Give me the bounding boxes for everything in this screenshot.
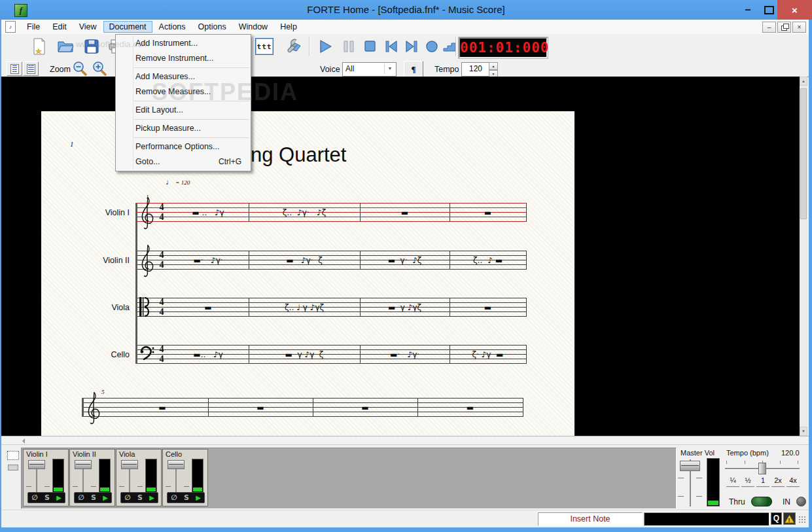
menubar-item-edit[interactable]: Edit <box>46 21 73 33</box>
staff-cello[interactable]: 44▬‥ ♪γ▬ γ ♪γ ζ▬· ♪γ·ζ· ♪γ ▬ <box>137 345 527 364</box>
menu-item-performance-options[interactable]: Performance Options... <box>116 139 251 154</box>
measure[interactable]: ▬· ♪γ· <box>362 345 447 364</box>
mixer-dock-icon[interactable] <box>7 451 19 460</box>
menu-item-remove-instrument[interactable]: Remove Instrument... <box>116 51 251 66</box>
zoom-in-button[interactable] <box>92 61 107 79</box>
menubar-item-options[interactable]: Options <box>192 21 232 33</box>
voice-select[interactable]: All ▼ <box>342 62 397 77</box>
menu-item-edit-layout[interactable]: Edit Layout... <box>116 103 251 118</box>
measure[interactable]: ζ‥ ♩ γ ♪γζ <box>251 298 357 317</box>
continuous-view-button[interactable] <box>23 62 39 76</box>
mute-button[interactable]: ∅ <box>78 493 84 502</box>
menu-item-goto[interactable]: Goto...Ctrl+G <box>116 154 251 169</box>
record-button[interactable] <box>422 37 442 56</box>
solo-button[interactable]: S <box>137 493 143 502</box>
maximize-button[interactable] <box>759 0 779 20</box>
measure[interactable]: ζ‥ ♪ ▬ <box>452 251 523 270</box>
rate-button-4x[interactable]: 4x <box>786 476 800 488</box>
solo-button[interactable]: S <box>91 493 96 502</box>
measure[interactable]: ▬· ♪γ· <box>170 251 246 270</box>
thru-led[interactable] <box>751 497 772 506</box>
open-button[interactable] <box>56 37 75 56</box>
rate-button-[interactable]: ½ <box>741 476 754 488</box>
resize-grip[interactable] <box>798 516 806 523</box>
go-to-end-button[interactable] <box>402 37 421 56</box>
mdi-close-button[interactable]: × <box>792 22 806 33</box>
mixer-channel-violin-ii[interactable]: Violin II∅S▶ <box>69 449 115 506</box>
horizontal-scrollbar[interactable] <box>1 436 809 445</box>
menu-item-pickup-measure[interactable]: Pickup Measure... <box>116 121 251 136</box>
menubar-item-actions[interactable]: Actions <box>153 21 192 33</box>
new-document-button[interactable]: ★ <box>29 37 49 56</box>
volume-fader[interactable] <box>121 460 138 469</box>
menu-item-remove-measures[interactable]: Remove Measures... <box>116 84 251 99</box>
warning-button[interactable]: ! <box>783 512 796 525</box>
page-view-button[interactable] <box>7 62 22 76</box>
zoom-out-button[interactable] <box>72 61 88 79</box>
mute-button[interactable]: ∅ <box>171 493 177 502</box>
mixer-collapse-icon[interactable] <box>8 465 18 470</box>
rate-button-1[interactable]: 1 <box>756 476 769 488</box>
measure[interactable]: ▬ <box>420 398 520 417</box>
measure[interactable]: ▬ <box>170 298 246 317</box>
scrollbar-thumb[interactable] <box>800 88 807 219</box>
mute-button[interactable]: ∅ <box>124 493 130 502</box>
measure[interactable]: ▬ γ ♪γ ζ <box>251 345 357 364</box>
mdi-restore-button[interactable] <box>777 22 791 33</box>
menubar-item-document[interactable]: Document <box>103 21 152 33</box>
menubar-item-file[interactable]: File <box>21 21 46 33</box>
measure[interactable]: ▬ ♪γ· ζ <box>251 251 357 270</box>
play-button[interactable] <box>315 37 335 56</box>
measure[interactable]: ▬ <box>452 203 523 222</box>
staff-viola[interactable]: 44▬ζ‥ ♩ γ ♪γζ▬ γ ♪γζ▬ <box>137 298 527 317</box>
channel-play-button[interactable]: ▶ <box>149 493 154 502</box>
tempo-marking[interactable]: ♩ = 120 <box>166 177 190 186</box>
scroll-down-button[interactable]: ▼ <box>800 427 807 436</box>
go-to-start-button[interactable] <box>381 37 401 56</box>
pause-button[interactable] <box>339 37 359 56</box>
volume-fader[interactable] <box>28 460 45 469</box>
mixer-panel-button[interactable]: ttt <box>255 37 274 56</box>
mixer-channel-viola[interactable]: Viola∅S▶ <box>116 449 162 506</box>
mdi-minimize-button[interactable]: – <box>762 22 776 33</box>
measure[interactable]: ▬ γ ♪γζ <box>362 298 447 317</box>
quantize-button[interactable]: Q <box>771 512 782 525</box>
measure[interactable]: ▬ <box>315 398 415 417</box>
mute-button[interactable]: ∅ <box>31 493 37 502</box>
master-volume-fader[interactable] <box>680 461 700 471</box>
measure[interactable]: ▬ γ· ♪ζ <box>362 251 447 270</box>
tools-button[interactable] <box>283 37 302 56</box>
measure[interactable]: ▬ <box>452 298 523 317</box>
solo-button[interactable]: S <box>44 493 50 502</box>
measure[interactable]: ▬‥ ♪γ <box>170 345 246 364</box>
minimize-button[interactable]: – <box>738 0 758 20</box>
measure[interactable]: ▬ ‥ ♪γ <box>170 203 246 222</box>
tempo-slider[interactable] <box>758 463 766 474</box>
stop-button[interactable] <box>361 37 380 56</box>
solo-button[interactable]: S <box>184 493 189 502</box>
staff-violin-i[interactable]: 44▬ ‥ ♪γζ‥ ♪γ· ♪ζ▬▬ <box>137 203 527 222</box>
channel-play-button[interactable]: ▶ <box>196 493 201 502</box>
measure[interactable]: ▬ <box>119 398 205 417</box>
save-button[interactable] <box>82 37 101 56</box>
spin-up-button[interactable]: ▲ <box>489 62 498 70</box>
measure[interactable]: ζ· ♪γ ▬ <box>452 345 523 364</box>
volume-fader[interactable] <box>168 460 185 469</box>
close-button[interactable]: × <box>777 0 812 20</box>
menu-item-add-instrument[interactable]: Add Instrument... <box>116 36 251 51</box>
vertical-scrollbar[interactable]: ▲ ▼ <box>800 77 807 436</box>
menubar-item-view[interactable]: View <box>73 21 103 33</box>
rate-button-2x[interactable]: 2x <box>771 476 785 488</box>
menubar-item-help[interactable]: Help <box>274 21 303 33</box>
measure[interactable]: ζ‥ ♪γ· ♪ζ <box>251 203 357 222</box>
rate-button-[interactable]: ¼ <box>726 476 739 488</box>
volume-fader[interactable] <box>75 460 92 469</box>
scroll-up-button[interactable]: ▲ <box>800 77 807 86</box>
menu-item-add-measures[interactable]: Add Measures... <box>116 69 251 84</box>
channel-play-button[interactable]: ▶ <box>56 493 62 502</box>
menubar-item-window[interactable]: Window <box>233 21 274 33</box>
tempo-input[interactable]: 120 <box>461 62 490 77</box>
measure[interactable]: ▬ <box>362 203 447 222</box>
mixer-channel-violin-i[interactable]: Violin I∅S▶ <box>23 449 69 506</box>
measure[interactable]: ▬ <box>211 398 310 417</box>
